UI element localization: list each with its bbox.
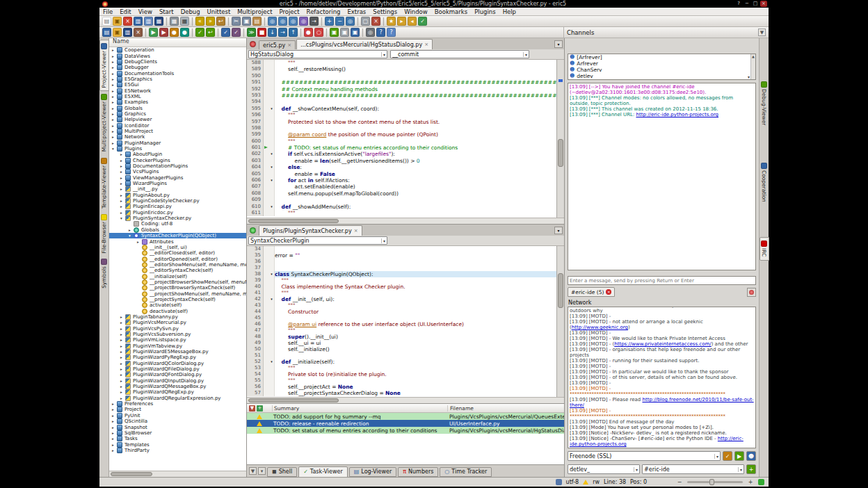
code-line[interactable]: 57 self.__projectSyntaxCheckerDialog = N… [247, 390, 556, 396]
tree-item[interactable]: __projectBrowserSyntaxCheck(self) [109, 285, 246, 291]
expand-arrow-icon[interactable]: ▸ [120, 199, 125, 203]
expand-arrow-icon[interactable]: ▸ [120, 211, 125, 215]
code-line[interactable]: 600 """ [247, 138, 556, 145]
fold-margin-icon[interactable]: ▾ [269, 271, 275, 277]
expand-arrow-icon[interactable]: ▸ [112, 414, 117, 418]
fold-margin-icon[interactable] [269, 79, 275, 86]
fold-margin-icon[interactable] [269, 145, 275, 151]
tree-item[interactable]: ▸ E5Graphics [109, 76, 246, 82]
message-input[interactable] [568, 276, 756, 285]
toolbar-icon[interactable]: ◎ [289, 17, 298, 26]
toolbar-icon[interactable] [192, 29, 193, 37]
expand-arrow-icon[interactable]: ▸ [120, 164, 125, 168]
expand-arrow-icon[interactable]: ▸ [112, 83, 117, 87]
expand-arrow-icon[interactable]: ▸ [112, 77, 117, 81]
tree-item[interactable]: __editorOpened(self, editor) [109, 256, 246, 261]
tree-item[interactable]: ▸ PluginVcsSubversion.py [109, 332, 246, 337]
code-line[interactable]: 50 self.__initialize() [247, 346, 556, 352]
tree-item[interactable]: ▸ PluginCodeStyleChecker.py [109, 198, 246, 204]
line-number[interactable]: 606 [247, 177, 264, 184]
code-line[interactable]: 597 Protected slot to show the context m… [247, 119, 556, 125]
code-line[interactable]: 43 """ [247, 302, 556, 309]
network-combo[interactable]: Freenode (SSL) ▾ [568, 451, 721, 461]
line-number[interactable]: 56 [247, 384, 264, 390]
network-link[interactable]: http://www.geeknic.org [572, 325, 628, 330]
line-number[interactable]: 589 [247, 66, 264, 72]
tree-item[interactable]: ▸ Attributes [109, 238, 246, 244]
minimize-icon[interactable]: − [744, 1, 750, 7]
menu-item[interactable]: Plugins [471, 8, 499, 15]
fold-margin-icon[interactable] [269, 112, 275, 118]
tree-item[interactable]: ▸ Cooperation [109, 47, 246, 53]
fold-margin-icon[interactable]: ▾ [269, 177, 275, 184]
expand-arrow-icon[interactable]: ▸ [120, 361, 125, 366]
expand-arrow-icon[interactable]: ▸ [120, 384, 125, 389]
tool-tab[interactable]: π Numbers [398, 467, 438, 477]
fold-margin-icon[interactable] [269, 309, 275, 315]
line-number[interactable]: 602 [247, 151, 264, 157]
tree-item[interactable]: ▾ SyntaxCheckerPlugin(QObject) [109, 233, 246, 238]
expand-arrow-icon[interactable]: ▾ [120, 216, 125, 220]
fold-margin-icon[interactable]: ▾ [269, 151, 275, 157]
fold-margin-icon[interactable] [269, 184, 275, 190]
tree-item[interactable]: ▸ PluginWizardQMessageBox.py [109, 384, 246, 389]
expand-arrow-icon[interactable]: ▸ [120, 396, 125, 400]
line-number[interactable]: 53 [247, 365, 264, 371]
expand-arrow-icon[interactable]: ▸ [112, 48, 117, 52]
line-number[interactable]: 44 [247, 309, 264, 315]
fold-margin-icon[interactable]: ▾ [269, 204, 275, 210]
expand-arrow-icon[interactable]: ▸ [112, 106, 117, 111]
toolbar-icon[interactable] [357, 17, 358, 26]
tree-item[interactable]: ▸ Debugger [109, 65, 246, 70]
tree-item[interactable]: ▸ Examples [109, 99, 246, 105]
line-number[interactable]: 597 [247, 119, 264, 125]
fold-margin-icon[interactable] [269, 259, 275, 265]
toolbar-icon[interactable] [228, 17, 229, 26]
expand-arrow-icon[interactable]: ▸ [112, 129, 117, 133]
line-number[interactable]: 37 [247, 265, 264, 271]
toolbar-icon[interactable]: ▣ [351, 28, 360, 37]
expand-arrow-icon[interactable]: ▸ [112, 443, 117, 447]
fold-margin-icon[interactable] [269, 340, 275, 346]
tree-item[interactable]: __projectShowMenu(self, menuName, menu) [109, 291, 246, 296]
toolbar-icon[interactable]: ? [376, 28, 385, 37]
toolbar-icon[interactable] [218, 29, 218, 37]
fold-margin-icon[interactable] [269, 265, 275, 271]
code-line[interactable]: 598 [247, 125, 556, 131]
user-list-item[interactable]: ☻ [Arfrever] [568, 54, 755, 60]
fold-margin-icon[interactable] [269, 384, 275, 390]
toolbar-icon[interactable]: » [206, 17, 215, 26]
close-window-icon[interactable]: × [760, 1, 767, 7]
toolbar-icon[interactable] [264, 17, 265, 26]
toolbar-icon[interactable]: ● [304, 28, 313, 37]
toolbar-icon[interactable]: ? [387, 28, 396, 37]
fold-margin-icon[interactable] [269, 327, 275, 334]
toolbar-icon[interactable]: ▣ [242, 17, 251, 26]
channel-tab[interactable]: #eric-ide (5) × [568, 287, 615, 297]
expand-arrow-icon[interactable]: ▸ [120, 350, 125, 354]
symbol-combo[interactable]: HgStatusDialog ▾ [248, 50, 387, 58]
menu-item[interactable]: Bookmarks [431, 8, 472, 15]
tool-tab[interactable]: ▤ Log-Viewer [349, 467, 396, 477]
menu-item[interactable]: Refactoring [303, 8, 344, 15]
toolbar-icon[interactable]: ◎ [278, 17, 287, 26]
tree-item[interactable]: ▸ Helpviewer [109, 117, 246, 122]
editor-vertical-scrollbar[interactable] [556, 60, 564, 218]
join-channel-icon[interactable]: + [746, 464, 756, 474]
tree-item[interactable]: ▸ Snapshot [109, 424, 246, 430]
expand-arrow-icon[interactable]: ▸ [120, 355, 125, 359]
tree-item[interactable]: ▸ PluginWizardPyRegExp.py [109, 355, 246, 360]
tree-item[interactable]: ▸ Network [109, 134, 246, 140]
toolbar-icon[interactable] [383, 17, 384, 26]
menu-item[interactable]: Project [276, 8, 303, 15]
fold-margin-icon[interactable] [269, 252, 275, 259]
filter-icon[interactable]: ▼ [758, 29, 766, 36]
fold-margin-icon[interactable] [269, 377, 275, 384]
fold-margin-icon[interactable] [269, 131, 275, 138]
sidebar-tab[interactable]: IRC [760, 237, 769, 260]
toolbar-icon[interactable]: ▣ [330, 28, 339, 37]
sidebar-tab[interactable]: Project-Viewer [99, 40, 109, 91]
expand-arrow-icon[interactable]: ▸ [112, 72, 117, 76]
toolbar-icon[interactable]: ▤ [102, 17, 111, 26]
title-bar[interactable]: eric5 - /home/detlev/Development/Python/… [99, 0, 769, 8]
